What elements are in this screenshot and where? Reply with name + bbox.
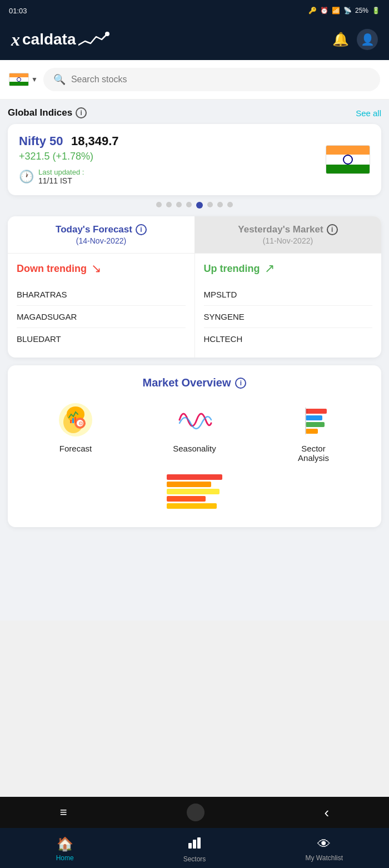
nifty50-name: Nifty 50 [19, 134, 63, 148]
svg-rect-19 [167, 482, 211, 487]
stock-item-hcltech[interactable]: HCLTECH [204, 328, 373, 350]
flag-large-chakra [343, 155, 353, 165]
dot-2[interactable] [166, 202, 172, 207]
nav-home-label: Home [56, 854, 74, 862]
nifty50-updated-label: Last updated : [38, 168, 84, 176]
down-trending-stocks: BHARATRAS MAGADSUGAR BLUEDART [17, 284, 186, 350]
watchlist-icon: 👁 [317, 836, 331, 852]
android-back-button[interactable]: ‹ [325, 804, 330, 821]
stock-item-bluedart[interactable]: BLUEDART [17, 328, 186, 350]
search-icon: 🔍 [53, 73, 66, 86]
up-trending-label: Up trending [204, 263, 260, 275]
sectors-bottom-bars [161, 472, 228, 510]
yesterday-market-date: (11-Nov-2022) [201, 236, 375, 245]
market-overview-info-icon[interactable]: i [235, 378, 246, 389]
logo-graph-icon [78, 31, 112, 48]
app-logo: x caldata [11, 29, 112, 50]
status-bar: 01:03 🔑 ⏰ 📶 📡 25% 🔋 [0, 0, 389, 21]
user-avatar[interactable]: 👤 [357, 29, 378, 50]
today-forecast-info-icon[interactable]: i [136, 224, 147, 235]
country-dropdown-arrow: ▼ [31, 76, 38, 83]
dot-8[interactable] [227, 202, 233, 207]
battery-icon: 🔋 [372, 7, 380, 14]
alarm-icon: ⏰ [320, 7, 328, 14]
status-right: 🔑 ⏰ 📶 📡 25% 🔋 [308, 7, 380, 14]
forecast-card: Today's Forecast i (14-Nov-2022) Yesterd… [8, 216, 381, 358]
nifty50-updated: 🕐 Last updated : 11/11 IST [19, 168, 326, 185]
svg-rect-9 [74, 417, 76, 423]
seasonality-icon [175, 400, 214, 439]
flag-large-white [326, 155, 370, 165]
clock-icon: 🕐 [19, 170, 34, 184]
nifty50-value: 18,349.7 [71, 134, 119, 148]
forecast-icon: ⚙ [56, 400, 95, 439]
flag-green-stripe [9, 82, 28, 86]
nifty50-updated-time: 11/11 IST [38, 176, 84, 185]
header-actions: 🔔 👤 [332, 29, 378, 50]
global-indices-header: Global Indices i See all [8, 107, 381, 118]
logo-text: caldata [22, 31, 76, 48]
logo-x: x [11, 29, 20, 50]
market-overview-title: Market Overview i [19, 376, 370, 389]
stock-item-mpsltd[interactable]: MPSLTD [204, 284, 373, 306]
stock-item-syngene[interactable]: SYNGENE [204, 306, 373, 328]
up-arrow-icon: ↗ [265, 261, 275, 276]
nav-watchlist[interactable]: 👁 My Watchlist [260, 836, 389, 862]
nifty50-flag [326, 145, 370, 174]
signal-icon: 📡 [343, 7, 352, 14]
nav-sectors[interactable]: Sectors [129, 835, 259, 863]
svg-rect-25 [197, 837, 201, 849]
up-trending-stocks: MPSLTD SYNGENE HCLTECH [204, 284, 373, 350]
svg-rect-15 [306, 422, 325, 427]
forecast-label: Forecast [59, 444, 92, 453]
market-overview-grid: ⚙ Forecast [19, 400, 370, 463]
notification-bell-icon[interactable]: 🔔 [332, 32, 349, 47]
market-overview-sector[interactable]: SectorAnalysis [257, 400, 370, 463]
sector-icon-svg [296, 402, 332, 438]
main-content: Global Indices i See all Nifty 50 18,349… [0, 100, 389, 621]
android-menu-button[interactable]: ≡ [60, 805, 67, 820]
search-bar[interactable]: 🔍 [43, 68, 380, 91]
nav-sectors-label: Sectors [183, 855, 206, 863]
nifty50-card[interactable]: Nifty 50 18,349.7 +321.5 (+1.78%) 🕐 Last… [8, 124, 381, 195]
dot-6[interactable] [207, 202, 213, 207]
svg-rect-18 [167, 474, 222, 480]
stock-item-magadsugar[interactable]: MAGADSUGAR [17, 306, 186, 328]
seasonality-label: Seasonality [173, 444, 216, 453]
down-trend-row: Down trending ↘ [17, 261, 186, 276]
search-input[interactable] [71, 75, 370, 85]
tab-yesterday-market[interactable]: Yesterday's Market i (11-Nov-2022) [194, 216, 381, 253]
android-home-button[interactable] [187, 803, 205, 821]
status-time: 01:03 [9, 7, 27, 15]
dot-7[interactable] [217, 202, 223, 207]
country-selector[interactable]: ▼ [9, 73, 38, 86]
dot-5[interactable] [196, 202, 203, 209]
market-overview-forecast[interactable]: ⚙ Forecast [19, 400, 132, 463]
nifty50-change: +321.5 (+1.78%) [19, 151, 326, 162]
global-indices-info-icon[interactable]: i [76, 107, 87, 118]
market-overview-seasonality[interactable]: Seasonality [138, 400, 251, 463]
flag-chakra [17, 77, 21, 82]
sectors-icon [187, 835, 202, 853]
yesterday-market-info-icon[interactable]: i [327, 224, 338, 235]
sector-analysis-label: SectorAnalysis [298, 444, 329, 463]
see-all-button[interactable]: See all [356, 108, 381, 118]
forecast-up-col: Up trending ↗ MPSLTD SYNGENE HCLTECH [194, 254, 382, 358]
svg-rect-22 [167, 503, 217, 509]
sector-icon [294, 400, 333, 439]
dot-3[interactable] [176, 202, 182, 207]
wifi-icon: 📶 [332, 7, 340, 14]
stock-item-bharatras[interactable]: BHARATRAS [17, 284, 186, 306]
dot-4[interactable] [186, 202, 192, 207]
svg-rect-20 [167, 489, 220, 494]
tab-today-forecast[interactable]: Today's Forecast i (14-Nov-2022) [8, 216, 194, 253]
dot-1[interactable] [156, 202, 162, 207]
bottom-nav: 🏠 Home Sectors 👁 My Watchlist [0, 828, 389, 868]
seasonality-icon-svg [177, 402, 213, 438]
india-flag [9, 73, 29, 86]
forecast-icon-svg: ⚙ [58, 402, 94, 438]
flag-white-stripe [9, 77, 28, 82]
svg-rect-21 [167, 496, 206, 502]
nav-home[interactable]: 🏠 Home [0, 836, 129, 862]
down-trending-label: Down trending [17, 263, 87, 275]
